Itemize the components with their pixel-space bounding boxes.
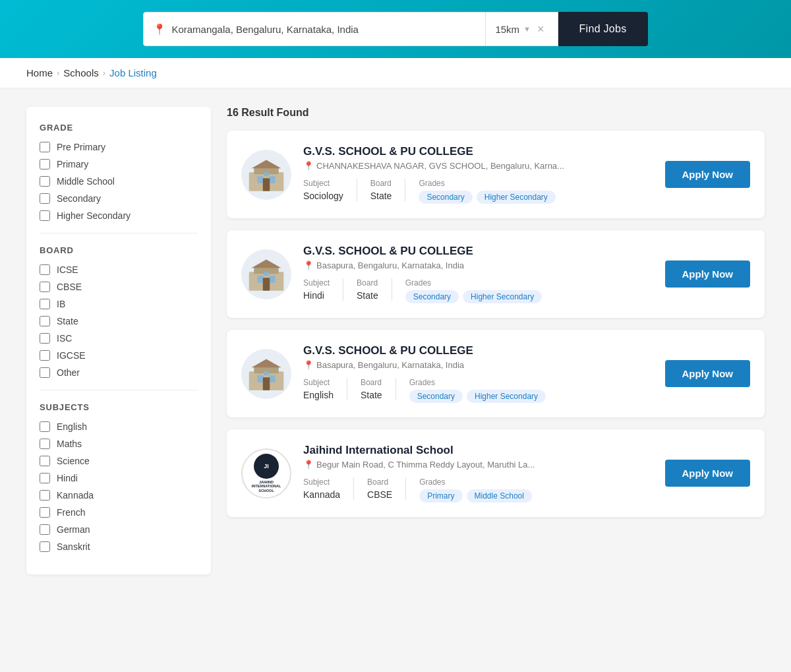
- location-text: CHANNAKESHAVA NAGAR, GVS SCHOOL, Bengalu…: [316, 161, 564, 171]
- subject-checkbox[interactable]: [40, 490, 50, 501]
- grade-tag: Higher Secondary: [463, 290, 542, 303]
- subject-checkbox[interactable]: [40, 541, 50, 552]
- subject-col: Subject Sociology: [303, 179, 357, 201]
- apply-now-button[interactable]: Apply Now: [665, 161, 751, 188]
- svg-rect-13: [264, 272, 269, 276]
- grade-label: Pre Primary: [57, 142, 105, 152]
- apply-now-button[interactable]: Apply Now: [665, 260, 751, 288]
- board-filter-item[interactable]: ISC: [40, 333, 198, 344]
- job-info: Jaihind International School 📍 Begur Mai…: [303, 444, 653, 503]
- svg-rect-3: [258, 176, 264, 183]
- subject-checkbox[interactable]: [40, 456, 50, 466]
- subject-checkbox[interactable]: [40, 421, 50, 432]
- svg-rect-6: [264, 172, 269, 176]
- board-filter-item[interactable]: ICSE: [40, 264, 198, 275]
- grade-checkbox[interactable]: [40, 142, 50, 152]
- board-checkbox[interactable]: [40, 316, 50, 326]
- grade-checkbox[interactable]: [40, 210, 50, 221]
- school-location: 📍 Basapura, Bengaluru, Karnataka, India: [303, 260, 653, 270]
- breadcrumb-current: Job Listing: [109, 67, 157, 78]
- board-checkbox[interactable]: [40, 264, 50, 275]
- location-text: Basapura, Bengaluru, Karnataka, India: [316, 360, 464, 370]
- board-filter-item[interactable]: IGCSE: [40, 350, 198, 361]
- grade-tag: Secondary: [405, 290, 459, 303]
- grade-checkbox[interactable]: [40, 193, 50, 204]
- subject-label: Hindi: [57, 473, 78, 483]
- subject-label: Subject: [303, 477, 340, 487]
- subject-filter-item[interactable]: French: [40, 507, 198, 518]
- location-pin-icon: 📍: [303, 260, 314, 270]
- subject-label: Science: [57, 456, 90, 466]
- school-logo: [241, 249, 291, 299]
- board-filter-item[interactable]: State: [40, 316, 198, 326]
- board-checkbox[interactable]: [40, 333, 50, 344]
- subject-filter-item[interactable]: German: [40, 524, 198, 535]
- school-name: G.V.S. SCHOOL & PU COLLEGE: [303, 245, 653, 258]
- grade-label: Primary: [57, 159, 88, 169]
- subject-filter-item[interactable]: Maths: [40, 439, 198, 449]
- grade-filter-item[interactable]: Pre Primary: [40, 142, 198, 152]
- grade-checkbox[interactable]: [40, 176, 50, 187]
- grades-col: Grades PrimaryMiddle School: [419, 477, 545, 503]
- board-checkbox[interactable]: [40, 282, 50, 292]
- subject-col: Subject Hindi: [303, 278, 343, 301]
- subject-value: Kannada: [303, 489, 340, 500]
- divider-board-subjects: [40, 390, 198, 390]
- subject-value: Sociology: [303, 191, 343, 201]
- subject-filter-item[interactable]: English: [40, 421, 198, 432]
- grade-filter-item[interactable]: Higher Secondary: [40, 210, 198, 221]
- breadcrumb-schools[interactable]: Schools: [63, 67, 98, 78]
- board-filter-item[interactable]: Other: [40, 367, 198, 378]
- board-label: ICSE: [57, 264, 78, 275]
- job-card: G.V.S. SCHOOL & PU COLLEGE 📍 CHANNAKESHA…: [227, 131, 765, 218]
- location-pin-icon: 📍: [303, 460, 314, 470]
- subject-value: English: [303, 390, 334, 400]
- board-value: State: [361, 390, 382, 400]
- board-filter-item[interactable]: IB: [40, 299, 198, 309]
- grade-label: Higher Secondary: [57, 210, 131, 221]
- school-location: 📍 Basapura, Bengaluru, Karnataka, India: [303, 360, 653, 370]
- subject-label: Subject: [303, 378, 334, 387]
- board-label: IB: [57, 299, 65, 309]
- job-info: G.V.S. SCHOOL & PU COLLEGE 📍 CHANNAKESHA…: [303, 145, 653, 204]
- breadcrumb-home[interactable]: Home: [26, 67, 53, 78]
- distance-selector[interactable]: 15km ▼ ×: [486, 12, 558, 46]
- board-filter-item[interactable]: CBSE: [40, 282, 198, 292]
- subject-label: French: [57, 507, 86, 518]
- subject-filter-item[interactable]: Kannada: [40, 490, 198, 501]
- subject-label: Subject: [303, 179, 343, 188]
- school-name: G.V.S. SCHOOL & PU COLLEGE: [303, 145, 653, 158]
- subject-checkbox[interactable]: [40, 439, 50, 449]
- subject-label: Kannada: [57, 490, 94, 501]
- board-value: CBSE: [367, 489, 392, 500]
- svg-rect-11: [270, 276, 276, 283]
- subject-filter-item[interactable]: Science: [40, 456, 198, 466]
- svg-rect-12: [263, 278, 270, 291]
- location-input[interactable]: [171, 24, 476, 35]
- apply-now-button[interactable]: Apply Now: [665, 360, 751, 387]
- board-label: Board: [357, 278, 378, 288]
- grade-filter-item[interactable]: Primary: [40, 159, 198, 169]
- apply-now-button[interactable]: Apply Now: [665, 460, 751, 487]
- subject-checkbox[interactable]: [40, 524, 50, 535]
- subject-filter-item[interactable]: Sanskrit: [40, 541, 198, 552]
- find-jobs-button[interactable]: Find Jobs: [558, 12, 648, 46]
- grade-tag: Higher Secondary: [477, 191, 556, 204]
- svg-marker-16: [252, 359, 281, 367]
- subjects-filter-title: SUBJECTS: [40, 402, 198, 412]
- board-checkbox[interactable]: [40, 299, 50, 309]
- clear-button[interactable]: ×: [533, 22, 548, 36]
- grade-checkbox[interactable]: [40, 159, 50, 169]
- board-checkbox[interactable]: [40, 367, 50, 378]
- location-pin-icon: 📍: [303, 360, 314, 370]
- subject-checkbox[interactable]: [40, 473, 50, 483]
- subject-col: Subject Kannada: [303, 477, 354, 500]
- grade-filter-item[interactable]: Secondary: [40, 193, 198, 204]
- subject-filter-item[interactable]: Hindi: [40, 473, 198, 483]
- svg-rect-20: [264, 371, 269, 375]
- subject-checkbox[interactable]: [40, 507, 50, 518]
- board-label: ISC: [57, 333, 72, 344]
- grade-filter-item[interactable]: Middle School: [40, 176, 198, 187]
- board-checkbox[interactable]: [40, 350, 50, 361]
- breadcrumb-sep-2: ›: [103, 68, 105, 78]
